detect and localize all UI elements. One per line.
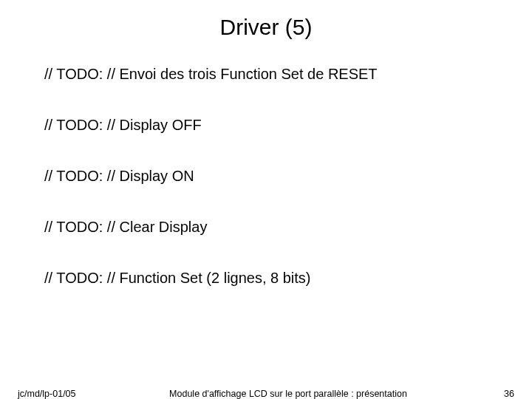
code-line: // TODO: // Function Set (2 lignes, 8 bi… — [44, 269, 502, 287]
footer-page-number: 36 — [504, 389, 514, 399]
slide-content: // TODO: // Envoi des trois Function Set… — [0, 65, 532, 287]
footer-center: Module d'affichage LCD sur le port paral… — [0, 389, 532, 399]
slide-title: Driver (5) — [0, 15, 532, 40]
code-line: // TODO: // Clear Display — [44, 218, 502, 236]
code-line: // TODO: // Display OFF — [44, 116, 502, 134]
code-line: // TODO: // Display ON — [44, 167, 502, 185]
slide: Driver (5) // TODO: // Envoi des trois F… — [0, 15, 532, 399]
code-line: // TODO: // Envoi des trois Function Set… — [44, 65, 502, 83]
